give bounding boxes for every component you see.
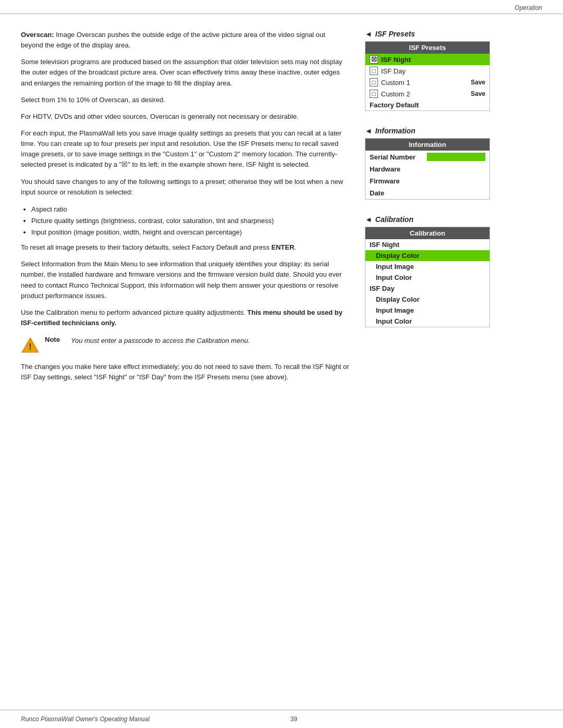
custom1-save[interactable]: Save: [471, 79, 485, 86]
cal-input-color-row-1[interactable]: Input Color: [365, 272, 489, 283]
isf-p2-block: You should save changes to any of the fo…: [21, 177, 349, 198]
isf-presets-heading-label: ISF Presets: [375, 30, 415, 38]
serial-number-row: Serial Number: [365, 151, 489, 163]
isf-presets-arrow: ◄: [365, 30, 372, 38]
calibration-heading-label: Calibration: [375, 215, 413, 224]
top-bar: Operation: [0, 0, 563, 14]
main-content: Overscan: Image Overscan pushes the outs…: [0, 14, 563, 710]
calibration-arrow: ◄: [365, 215, 372, 224]
note-label: Note: [45, 336, 66, 343]
isf-presets-p3-suffix: .: [295, 243, 297, 251]
custom2-save[interactable]: Save: [471, 90, 485, 97]
information-menu-title: Information: [365, 139, 489, 151]
information-menu: Information Serial Number Hardware Firmw…: [365, 138, 490, 200]
overscan-p3-block: Select from 1% to 10% of Overscan, as de…: [21, 95, 349, 105]
bullet-item-2: Picture quality settings (brightness, co…: [31, 215, 349, 227]
custom1-label: Custom 1: [381, 79, 410, 87]
custom2-row[interactable]: □ Custom 2 Save: [365, 88, 489, 100]
right-column: ◄ ISF Presets ISF Presets ☒ ISF Night □ …: [365, 30, 516, 699]
calibration-heading: ◄ Calibration: [365, 215, 516, 224]
information-section: ◄ Information Information Serial Number …: [365, 127, 516, 200]
overscan-p1: Image Overscan pushes the outside edge o…: [21, 31, 325, 49]
information-p1-block: Select Information from the Main Menu to…: [21, 259, 349, 301]
calibration-menu-title: Calibration: [365, 227, 489, 239]
isf-presets-p3-prefix: To reset all image presets to their fact…: [21, 243, 272, 251]
calibration-menu: Calibration ISF Night Display Color Inpu…: [365, 227, 490, 327]
bullet-item-3: Input position (image position, width, h…: [31, 227, 349, 238]
hardware-row: Hardware: [365, 163, 489, 175]
isf-presets-p1: For each input, the PlasmaWall lets you …: [21, 129, 341, 168]
firmware-label: Firmware: [370, 177, 427, 185]
overscan-block: Overscan: Image Overscan pushes the outs…: [21, 30, 349, 51]
overscan-p4-block: For HDTV, DVDs and other video sources, …: [21, 112, 349, 122]
calibration-section: ◄ Calibration Calibration ISF Night Disp…: [365, 215, 516, 327]
factory-default-row[interactable]: Factory Default: [365, 100, 489, 110]
calibration-p1-prefix: Use the Calibration menu to perform adva…: [21, 309, 247, 316]
overscan-p3: Select from 1% to 10% of Overscan, as de…: [21, 96, 165, 104]
isf-night-checkbox[interactable]: ☒: [370, 55, 378, 64]
calibration-p2: The changes you make here take effect im…: [21, 363, 349, 381]
isf-presets-p2: You should save changes to any of the fo…: [21, 178, 343, 196]
overscan-heading: Overscan:: [21, 31, 54, 39]
custom2-checkbox[interactable]: □: [370, 90, 378, 98]
bullet-list: Aspect ratio Picture quality settings (b…: [31, 204, 349, 238]
isf-p1-block: For each input, the PlasmaWall lets you …: [21, 128, 349, 170]
isf-presets-heading: ◄ ISF Presets: [365, 30, 516, 38]
cal-display-color-row[interactable]: Display Color: [365, 250, 489, 261]
isf-night-row[interactable]: ☒ ISF Night: [365, 54, 489, 65]
isf-day-label: ISF Day: [381, 67, 406, 75]
isf-presets-menu-title: ISF Presets: [365, 42, 489, 54]
information-arrow: ◄: [365, 127, 372, 135]
cal-input-color-row-2[interactable]: Input Color: [365, 316, 489, 327]
note-icon: !: [21, 336, 40, 354]
calibration-p2-block: The changes you make here take effect im…: [21, 362, 349, 382]
overscan-p2: Some television programs are produced ba…: [21, 58, 342, 87]
hardware-label: Hardware: [370, 165, 427, 173]
serial-number-value: [427, 153, 485, 161]
isf-day-checkbox[interactable]: □: [370, 67, 378, 75]
section-title: Operation: [515, 4, 542, 11]
information-p1: Select Information from the Main Menu to…: [21, 260, 342, 299]
note-box: ! Note You must enter a passcode to acce…: [21, 336, 349, 354]
isf-p3-block: To reset all image presets to their fact…: [21, 242, 349, 253]
date-label: Date: [370, 189, 427, 197]
serial-number-label: Serial Number: [370, 153, 427, 161]
isf-day-row[interactable]: □ ISF Day: [365, 65, 489, 77]
date-row: Date: [365, 187, 489, 199]
bullet-item-1: Aspect ratio: [31, 204, 349, 215]
enter-label: ENTER: [272, 243, 295, 251]
cal-isf-night-row[interactable]: ISF Night: [365, 239, 489, 250]
svg-text:!: !: [29, 342, 31, 351]
custom1-row[interactable]: □ Custom 1 Save: [365, 77, 489, 88]
firmware-row: Firmware: [365, 175, 489, 187]
footer: Runco PlasmaWall Owner's Operating Manua…: [0, 710, 563, 728]
cal-isf-day-row[interactable]: ISF Day: [365, 283, 489, 294]
calibration-p1-block: Use the Calibration menu to perform adva…: [21, 307, 349, 328]
note-text: You must enter a passcode to access the …: [71, 336, 250, 346]
cal-input-image-row-1[interactable]: Input Image: [365, 261, 489, 272]
cal-input-image-row-2[interactable]: Input Image: [365, 305, 489, 316]
overscan-p4: For HDTV, DVDs and other video sources, …: [21, 113, 299, 120]
information-heading: ◄ Information: [365, 127, 516, 135]
isf-presets-section: ◄ ISF Presets ISF Presets ☒ ISF Night □ …: [365, 30, 516, 111]
isf-presets-menu: ISF Presets ☒ ISF Night □ ISF Day □ Cus: [365, 41, 490, 111]
custom2-label: Custom 2: [381, 90, 410, 98]
isf-night-label: ISF Night: [381, 56, 411, 64]
factory-default-label: Factory Default: [370, 101, 419, 109]
overscan-p2-block: Some television programs are produced ba…: [21, 57, 349, 88]
footer-manual-title: Runco PlasmaWall Owner's Operating Manua…: [21, 715, 150, 723]
footer-page-number: 39: [290, 715, 297, 723]
cal-display-color-row-2[interactable]: Display Color: [365, 294, 489, 305]
custom1-checkbox[interactable]: □: [370, 78, 378, 87]
information-heading-label: Information: [375, 127, 415, 135]
left-column: Overscan: Image Overscan pushes the outs…: [21, 30, 365, 699]
page: Operation Overscan: Image Overscan pushe…: [0, 0, 563, 728]
